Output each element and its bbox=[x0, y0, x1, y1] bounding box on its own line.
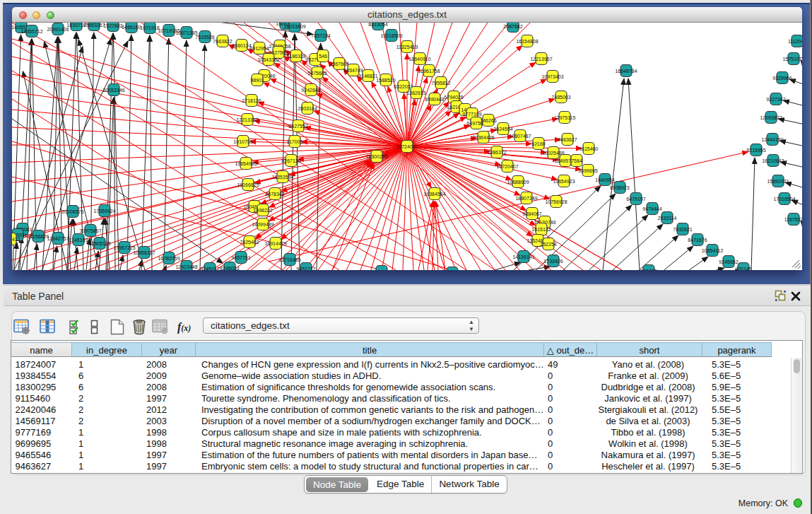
svg-text:7515526: 7515526 bbox=[195, 35, 214, 40]
svg-text:7663822: 7663822 bbox=[213, 39, 232, 44]
svg-text:12975115: 12975115 bbox=[554, 115, 576, 120]
svg-text:9146821: 9146821 bbox=[358, 74, 377, 78]
svg-text:1167532: 1167532 bbox=[784, 217, 802, 222]
svg-text:2367608: 2367608 bbox=[329, 62, 348, 66]
svg-text:920145: 920145 bbox=[735, 267, 751, 271]
svg-text:546: 546 bbox=[319, 54, 327, 59]
svg-text:8813054: 8813054 bbox=[368, 23, 387, 27]
svg-text:6479197: 6479197 bbox=[626, 197, 645, 201]
svg-text:10973403: 10973403 bbox=[541, 74, 563, 79]
svg-text:12444159: 12444159 bbox=[761, 137, 783, 142]
svg-text:10688609: 10688609 bbox=[507, 180, 529, 185]
svg-text:19384554: 19384554 bbox=[423, 192, 445, 197]
svg-text:8267130: 8267130 bbox=[281, 158, 300, 163]
svg-text:9777109: 9777109 bbox=[462, 112, 481, 117]
svg-text:16782759: 16782759 bbox=[158, 256, 180, 261]
svg-text:9384067: 9384067 bbox=[522, 211, 541, 216]
svg-text:12923448: 12923448 bbox=[175, 264, 197, 269]
svg-text:9457791: 9457791 bbox=[231, 255, 250, 260]
svg-text:12505135: 12505135 bbox=[88, 241, 110, 246]
svg-text:1010755: 1010755 bbox=[233, 139, 252, 144]
svg-text:14099489: 14099489 bbox=[252, 222, 273, 227]
svg-text:19654985: 19654985 bbox=[235, 161, 257, 166]
svg-text:98901: 98901 bbox=[250, 78, 264, 83]
svg-text:13716485: 13716485 bbox=[278, 257, 300, 262]
svg-text:8186328: 8186328 bbox=[286, 54, 305, 59]
svg-text:20206576: 20206576 bbox=[61, 209, 83, 214]
svg-text:20364436: 20364436 bbox=[472, 135, 494, 140]
svg-text:2933114: 2933114 bbox=[658, 216, 677, 221]
svg-text:12213383: 12213383 bbox=[236, 117, 258, 122]
svg-text:9245012: 9245012 bbox=[200, 267, 219, 271]
svg-text:8215955: 8215955 bbox=[746, 148, 765, 153]
svg-text:8938923: 8938923 bbox=[610, 185, 629, 190]
svg-text:19166825: 19166825 bbox=[237, 182, 259, 187]
svg-text:7386372: 7386372 bbox=[487, 150, 506, 155]
svg-text:8660124: 8660124 bbox=[232, 43, 251, 48]
svg-text:5359412: 5359412 bbox=[12, 237, 20, 242]
svg-text:20053346: 20053346 bbox=[102, 88, 124, 93]
svg-text:17359924: 17359924 bbox=[93, 209, 115, 214]
svg-text:11353594: 11353594 bbox=[272, 175, 294, 180]
svg-text:746266: 746266 bbox=[480, 118, 496, 123]
svg-text:19654923: 19654923 bbox=[553, 179, 575, 184]
svg-text:12093872: 12093872 bbox=[760, 115, 782, 120]
svg-text:1145193: 1145193 bbox=[69, 238, 88, 243]
svg-text:1733426: 1733426 bbox=[543, 259, 563, 264]
svg-text:9242848: 9242848 bbox=[301, 88, 320, 93]
svg-text:18300295: 18300295 bbox=[365, 154, 387, 159]
svg-text:17016504: 17016504 bbox=[773, 197, 795, 201]
svg-text:10958137: 10958137 bbox=[133, 250, 155, 255]
svg-text:20991406: 20991406 bbox=[47, 27, 69, 32]
svg-text:11156829: 11156829 bbox=[28, 234, 49, 239]
svg-text:8471676: 8471676 bbox=[688, 238, 707, 243]
svg-text:7955812: 7955812 bbox=[431, 81, 450, 86]
svg-text:15751074: 15751074 bbox=[782, 57, 802, 62]
svg-text:10654112: 10654112 bbox=[702, 248, 724, 253]
svg-text:117006: 117006 bbox=[287, 139, 303, 144]
svg-text:7625402: 7625402 bbox=[240, 240, 259, 245]
svg-text:2803144: 2803144 bbox=[298, 106, 317, 111]
svg-text:1112043: 1112043 bbox=[788, 39, 802, 44]
svg-text:16648784: 16648784 bbox=[615, 69, 637, 74]
svg-text:16961758: 16961758 bbox=[418, 69, 440, 74]
svg-text:10653267: 10653267 bbox=[83, 23, 105, 28]
svg-text:10543362: 10543362 bbox=[257, 57, 279, 62]
svg-text:7632621: 7632621 bbox=[673, 227, 692, 232]
svg-text:15720407: 15720407 bbox=[496, 164, 518, 169]
svg-text:9115460: 9115460 bbox=[579, 146, 599, 151]
svg-text:8245033: 8245033 bbox=[220, 266, 239, 271]
svg-text:9457712: 9457712 bbox=[296, 267, 315, 271]
svg-text:2087682: 2087682 bbox=[503, 24, 522, 29]
svg-text:10025488: 10025488 bbox=[542, 151, 564, 156]
svg-text:1615132: 1615132 bbox=[531, 227, 551, 232]
svg-text:8678342: 8678342 bbox=[265, 192, 284, 197]
svg-text:9227342: 9227342 bbox=[766, 97, 785, 102]
svg-text:8912954: 8912954 bbox=[249, 46, 269, 51]
svg-text:8454749: 8454749 bbox=[343, 68, 363, 73]
svg-text:9329966: 9329966 bbox=[772, 76, 792, 81]
svg-text:19218506: 19218506 bbox=[380, 33, 402, 38]
svg-text:10807487: 10807487 bbox=[509, 134, 531, 139]
svg-text:912455: 912455 bbox=[640, 269, 657, 271]
svg-text:1071918: 1071918 bbox=[140, 25, 159, 30]
svg-text:1362615: 1362615 bbox=[406, 90, 425, 95]
svg-text:924502: 924502 bbox=[373, 269, 389, 271]
svg-text:11325419: 11325419 bbox=[396, 45, 418, 49]
svg-text:9474444: 9474444 bbox=[642, 206, 661, 211]
svg-text:16154808: 16154808 bbox=[516, 39, 538, 44]
svg-text:7485003: 7485003 bbox=[551, 95, 570, 100]
svg-text:15692971: 15692971 bbox=[767, 179, 789, 184]
svg-text:17957225: 17957225 bbox=[113, 245, 135, 250]
svg-text:1588520: 1588520 bbox=[376, 78, 395, 83]
svg-text:30975867: 30975867 bbox=[79, 228, 101, 233]
svg-text:2718126: 2718126 bbox=[242, 98, 261, 103]
svg-text:1640954: 1640954 bbox=[595, 177, 614, 182]
svg-text:9245652: 9245652 bbox=[719, 259, 738, 264]
svg-text:7584: 7584 bbox=[571, 158, 582, 163]
svg-text:1498222: 1498222 bbox=[253, 208, 272, 213]
svg-text:7857224: 7857224 bbox=[311, 33, 330, 38]
svg-text:16671385: 16671385 bbox=[175, 30, 197, 35]
svg-text:1527602: 1527602 bbox=[103, 23, 122, 28]
svg-text:16210643: 16210643 bbox=[762, 158, 784, 163]
